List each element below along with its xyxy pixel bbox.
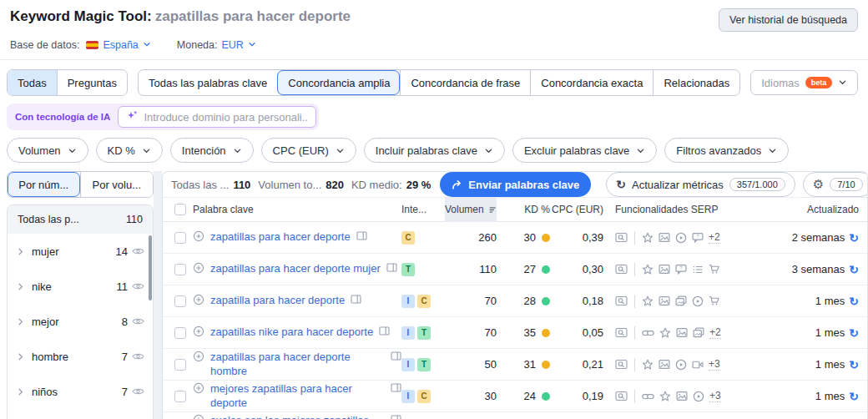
sidebar-group-item[interactable]: mujer14	[8, 234, 153, 269]
search-query: zapatillas para hacer deporte	[155, 8, 351, 24]
sidebar-group-item[interactable]: mejor8	[8, 304, 153, 339]
groups-all-row[interactable]: Todas las p... 110	[8, 205, 153, 234]
group-count: 8	[122, 316, 128, 328]
database-select[interactable]: España	[103, 39, 138, 51]
serp-preview-icon[interactable]	[356, 230, 367, 241]
eye-icon[interactable]	[132, 351, 144, 361]
circle-plus-icon[interactable]	[193, 351, 204, 362]
update-quota-badge: 357/1.000	[729, 178, 785, 191]
match-type-tabs: Todas Preguntas Todas las palabras clave…	[7, 69, 858, 96]
refresh-icon[interactable]: ↻	[849, 390, 859, 403]
circle-plus-icon[interactable]	[193, 262, 204, 274]
filter-volumen[interactable]: Volumen	[7, 138, 88, 163]
tab-preguntas[interactable]: Preguntas	[57, 70, 127, 95]
eye-icon[interactable]	[132, 386, 144, 396]
serp-more[interactable]: +3	[709, 358, 720, 371]
select-all-checkbox[interactable]	[174, 204, 186, 215]
column-cpc[interactable]: CPC (EUR)	[550, 204, 603, 215]
eye-icon[interactable]	[132, 316, 144, 326]
ai-domain-input[interactable]	[144, 111, 307, 124]
filter-intencion[interactable]: Intención	[170, 138, 254, 163]
refresh-icon[interactable]: ↻	[849, 326, 859, 340]
serp-features: ?	[603, 263, 750, 276]
send-keywords-button[interactable]: Enviar palabras clave	[440, 172, 591, 197]
circle-plus-icon[interactable]	[193, 414, 204, 419]
chevron-right-icon[interactable]	[16, 352, 25, 361]
row-checkbox[interactable]	[174, 264, 186, 275]
row-checkbox[interactable]	[174, 295, 186, 307]
update-metrics-button[interactable]: ↻ Actualizar métricas 357/1.000	[606, 172, 795, 197]
row-checkbox[interactable]	[174, 327, 186, 339]
keyword-cell: cuales son las mejores zapatillas para h…	[193, 414, 401, 419]
filter-cpc[interactable]: CPC (EUR)	[261, 138, 356, 163]
serp-preview-icon[interactable]	[379, 326, 390, 336]
sidebar-scrollbar[interactable]	[149, 235, 152, 300]
circle-plus-icon[interactable]	[193, 294, 204, 305]
image-icon	[676, 391, 688, 401]
eye-icon[interactable]	[132, 246, 144, 256]
tab-concordancia-amplia[interactable]: Concordancia amplia	[277, 70, 400, 95]
filter-kd[interactable]: KD %	[96, 138, 163, 163]
intent-badge-T: T	[401, 263, 415, 276]
columns-settings-button[interactable]: ⚙ 7/10	[803, 172, 868, 197]
chevron-right-icon[interactable]	[16, 282, 25, 291]
tab-relacionadas[interactable]: Relacionadas	[653, 70, 739, 95]
circle-plus-icon[interactable]	[193, 230, 204, 242]
circle-plus-icon[interactable]	[193, 382, 204, 394]
circle-plus-icon[interactable]	[193, 326, 204, 337]
serp-preview-icon[interactable]	[391, 414, 401, 419]
column-kd[interactable]: KD %	[497, 204, 550, 215]
keyword-link[interactable]: zapatillas nike para hacer deporte	[210, 326, 373, 340]
sidebar-group-item[interactable]: niños7	[8, 374, 153, 409]
serp-preview-icon[interactable]	[386, 262, 397, 273]
row-checkbox[interactable]	[174, 359, 186, 371]
serp-more[interactable]: +2	[709, 326, 721, 339]
cart-icon	[709, 264, 720, 275]
idiomas-dropdown[interactable]: Idiomas beta	[750, 70, 858, 95]
eye-icon[interactable]	[132, 281, 144, 291]
sort-by-volume-button[interactable]: Por volu...	[80, 172, 154, 197]
filter-excluir[interactable]: Excluir palabras clave	[512, 138, 657, 163]
keyword-link[interactable]: zapatillas para hacer deporte mujer	[210, 262, 381, 276]
tab-todas[interactable]: Todas	[8, 70, 57, 95]
serp-preview-icon[interactable]	[351, 294, 361, 305]
intent-badge-C: C	[417, 295, 431, 308]
refresh-icon[interactable]: ↻	[849, 263, 859, 276]
star-icon	[642, 232, 654, 244]
chevron-right-icon[interactable]	[16, 247, 25, 256]
chevron-down-icon[interactable]	[143, 39, 151, 51]
tab-todas-las-palabras-clave[interactable]: Todas las palabras clave	[139, 70, 277, 95]
filter-avanzados[interactable]: Filtros avanzados	[664, 138, 789, 163]
row-checkbox[interactable]	[174, 232, 186, 244]
sidebar-group-item[interactable]: hombre7	[8, 339, 153, 374]
intent-cell: IC	[401, 295, 445, 308]
refresh-icon[interactable]: ↻	[849, 295, 859, 308]
currency-select[interactable]: EUR	[221, 39, 243, 51]
tab-group-scope: Todas Preguntas	[7, 69, 128, 96]
serp-more[interactable]: +2	[709, 231, 720, 244]
keyword-link[interactable]: zapatilla para hacer deporte	[210, 294, 345, 308]
chevron-right-icon[interactable]	[16, 387, 25, 396]
sort-by-number-button[interactable]: Por núm...	[8, 172, 80, 197]
refresh-icon[interactable]: ↻	[849, 358, 859, 371]
serp-more[interactable]: +3	[709, 390, 721, 402]
keywords-table-panel: Todas las ...110 Volumen to...820 KD med…	[162, 171, 868, 419]
keyword-link[interactable]: zapatillas para hacer deporte hombre	[210, 351, 385, 379]
keyword-link[interactable]: cuales son las mejores zapatillas para h…	[210, 414, 385, 419]
view-history-button[interactable]: Ver historial de búsqueda	[719, 8, 858, 32]
refresh-icon[interactable]: ↻	[849, 231, 859, 245]
sidebar-group-item[interactable]: nike11	[8, 269, 153, 304]
column-volumen[interactable]: Volumen	[445, 197, 497, 222]
sidebar-sort-toggle: Por núm... Por volu...	[7, 171, 154, 198]
keyword-link[interactable]: zapatillas para hacer deporte	[210, 230, 351, 245]
sidebar-group-item[interactable]: comoda6	[8, 409, 153, 419]
keyword-link[interactable]: mejores zapatillas para hacer deporte	[210, 382, 385, 411]
chevron-right-icon[interactable]	[16, 317, 25, 326]
chevron-down-icon[interactable]	[248, 39, 256, 51]
tab-concordancia-exacta[interactable]: Concordancia exacta	[530, 70, 653, 95]
row-checkbox[interactable]	[174, 391, 186, 402]
filter-incluir[interactable]: Incluir palabras clave	[364, 138, 505, 163]
tab-concordancia-de-frase[interactable]: Concordancia de frase	[400, 70, 530, 95]
serp-preview-icon[interactable]	[391, 351, 401, 361]
serp-preview-icon[interactable]	[391, 382, 401, 393]
